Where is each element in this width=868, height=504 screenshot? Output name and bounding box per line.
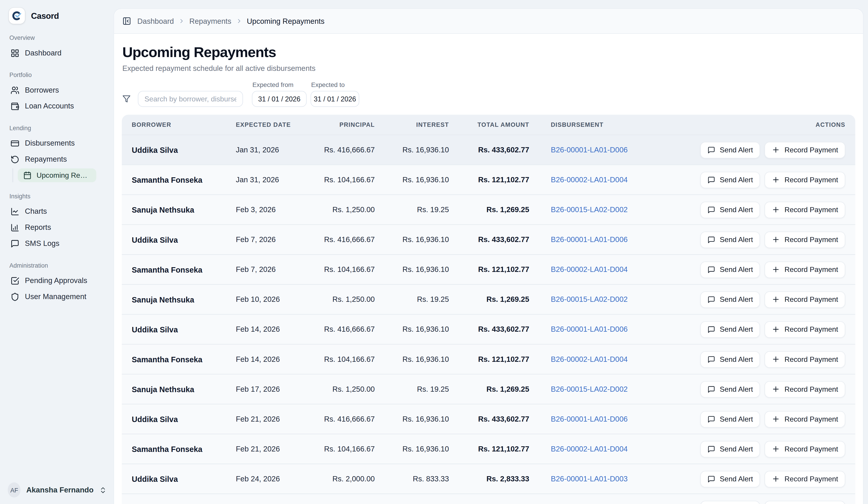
record-payment-button[interactable]: Record Payment [765, 471, 845, 487]
sidebar-item-borrowers[interactable]: Borrowers [0, 82, 114, 98]
interest-amount: Rs. 19.25 [375, 295, 449, 304]
record-payment-button[interactable]: Record Payment [765, 201, 845, 218]
message-square-icon [10, 239, 19, 248]
expected-date: Feb 14, 2026 [236, 355, 308, 363]
breadcrumb-item-repayments[interactable]: Repayments [189, 17, 231, 26]
expected-to-input[interactable]: 31 / 01 / 2026 [310, 91, 359, 107]
disbursement-link[interactable]: B26-00015-LA02-D002 [529, 205, 715, 214]
expected-date: Feb 24, 2026 [236, 475, 308, 483]
expected-date: Feb 10, 2026 [236, 295, 308, 304]
total-amount: Rs. 433,602.77 [449, 415, 529, 423]
sidebar-item-pending-approvals[interactable]: Pending Approvals [0, 273, 114, 289]
disbursement-link[interactable]: B26-00002-LA01-D004 [529, 265, 715, 274]
table-row: Sanuja Nethsuka Feb 3, 2026 Rs. 1,250.00… [122, 194, 855, 224]
record-payment-button[interactable]: Record Payment [765, 441, 845, 457]
sidebar-item-loan-accounts[interactable]: Loan Accounts [0, 98, 114, 114]
table-row: Uddika Silva Feb 24, 2026 Rs. 2,000.00 R… [122, 464, 855, 494]
record-payment-button[interactable]: Record Payment [765, 231, 845, 248]
row-actions: Send Alert Record Payment [715, 261, 845, 278]
expected-date: Feb 3, 2026 [236, 205, 308, 214]
send-alert-button[interactable]: Send Alert [700, 351, 760, 367]
expected-from-label: Expected from [252, 81, 307, 88]
sidebar-item-user-management[interactable]: User Management [0, 289, 114, 305]
sidebar-item-reports[interactable]: Reports [0, 219, 114, 235]
send-alert-button[interactable]: Send Alert [700, 381, 760, 397]
record-payment-button[interactable]: Record Payment [765, 141, 845, 158]
table-row: Uddika Silva Feb 21, 2026 Rs. 416,666.67… [122, 404, 855, 434]
record-payment-button[interactable]: Record Payment [765, 321, 845, 337]
sidebar-item-repayments[interactable]: Repayments [0, 151, 114, 167]
disbursement-link[interactable]: B26-00001-LA01-D006 [529, 415, 715, 423]
send-alert-button[interactable]: Send Alert [700, 411, 760, 427]
sidebar-section-administration: Administration [0, 262, 114, 269]
borrower-name: Samantha Fonseka [132, 355, 236, 364]
record-payment-button[interactable]: Record Payment [765, 291, 845, 308]
record-payment-button[interactable]: Record Payment [765, 171, 845, 188]
borrower-name: Samantha Fonseka [132, 444, 236, 453]
row-actions: Send Alert Record Payment [715, 381, 845, 397]
total-amount: Rs. 121,102.77 [449, 355, 529, 363]
disbursement-link[interactable]: B26-00015-LA02-D002 [529, 295, 715, 304]
disbursement-link[interactable]: B26-00001-LA01-D006 [529, 235, 715, 244]
send-alert-button[interactable]: Send Alert [700, 141, 760, 158]
disbursement-link[interactable]: B26-00002-LA01-D004 [529, 355, 715, 363]
record-payment-button[interactable]: Record Payment [765, 500, 845, 504]
send-alert-button[interactable]: Send Alert [700, 321, 760, 337]
check-square-icon [10, 276, 19, 285]
send-alert-button[interactable]: Send Alert [700, 261, 760, 278]
sidebar-item-sms-logs[interactable]: SMS Logs [0, 235, 114, 252]
total-amount: Rs. 121,102.77 [449, 176, 529, 184]
send-alert-button[interactable]: Send Alert [700, 471, 760, 487]
message-square-icon [707, 206, 715, 213]
sidebar-subitem-upcoming-repayments[interactable]: Upcoming Repayments [18, 169, 96, 182]
message-square-icon [707, 295, 715, 303]
table-row: Samantha Fonseka Feb 21, 2026 Rs. 104,16… [122, 434, 855, 464]
send-alert-button[interactable]: Send Alert [700, 500, 760, 504]
sidebar-item-charts[interactable]: Charts [0, 203, 114, 219]
disbursement-link[interactable]: B26-00015-LA02-D002 [529, 385, 715, 393]
user-menu[interactable]: AF Akansha Fernando [8, 483, 107, 497]
message-square-icon [707, 445, 715, 453]
record-payment-button[interactable]: Record Payment [765, 381, 845, 397]
sidebar-section-overview: Overview [0, 34, 114, 41]
plus-icon [772, 265, 780, 274]
sidebar-item-disbursements[interactable]: Disbursements [0, 135, 114, 151]
disbursement-link[interactable]: B26-00001-LA01-D006 [529, 325, 715, 333]
table-header-row: BORROWEREXPECTED DATEPRINCIPALINTERESTTO… [122, 114, 855, 134]
send-alert-button[interactable]: Send Alert [700, 291, 760, 308]
interest-amount: Rs. 19.25 [375, 385, 449, 393]
expected-date: Feb 14, 2026 [236, 325, 308, 333]
column-header-interest: INTEREST [375, 121, 449, 128]
plus-icon [772, 355, 780, 363]
record-payment-button[interactable]: Record Payment [765, 261, 845, 278]
plus-icon [772, 415, 780, 423]
table-body: Uddika Silva Jan 31, 2026 Rs. 416,666.67… [122, 134, 855, 504]
record-payment-button[interactable]: Record Payment [765, 351, 845, 367]
sidebar-item-dashboard[interactable]: Dashboard [0, 45, 114, 61]
interest-amount: Rs. 16,936.10 [375, 445, 449, 453]
breadcrumb-bar: DashboardRepaymentsUpcoming Repayments [114, 9, 863, 34]
expected-date: Feb 21, 2026 [236, 415, 308, 423]
search-input[interactable] [138, 91, 243, 107]
sidebar-toggle-icon[interactable] [122, 17, 131, 26]
send-alert-button[interactable]: Send Alert [700, 171, 760, 188]
message-square-icon [707, 146, 715, 154]
credit-card-icon [10, 139, 19, 148]
disbursement-link[interactable]: B26-00001-LA01-D006 [529, 145, 715, 154]
expected-from-input[interactable]: 31 / 01 / 2026 [252, 91, 307, 107]
breadcrumb-item-dashboard[interactable]: Dashboard [137, 17, 174, 26]
send-alert-button[interactable]: Send Alert [700, 441, 760, 457]
chart-bar-icon [10, 223, 19, 232]
borrower-name: Sanuja Nethsuka [132, 205, 236, 214]
send-alert-button[interactable]: Send Alert [700, 231, 760, 248]
shield-icon [10, 292, 19, 301]
disbursement-link[interactable]: B26-00001-LA01-D003 [529, 475, 715, 483]
disbursement-link[interactable]: B26-00002-LA01-D004 [529, 445, 715, 453]
send-alert-button[interactable]: Send Alert [700, 201, 760, 218]
disbursement-link[interactable]: B26-00002-LA01-D004 [529, 176, 715, 184]
principal-amount: Rs. 104,166.67 [308, 445, 375, 453]
plus-icon [772, 475, 780, 483]
plus-icon [772, 176, 780, 184]
expected-to-value: 31 / 01 / 2026 [314, 95, 356, 103]
record-payment-button[interactable]: Record Payment [765, 411, 845, 427]
